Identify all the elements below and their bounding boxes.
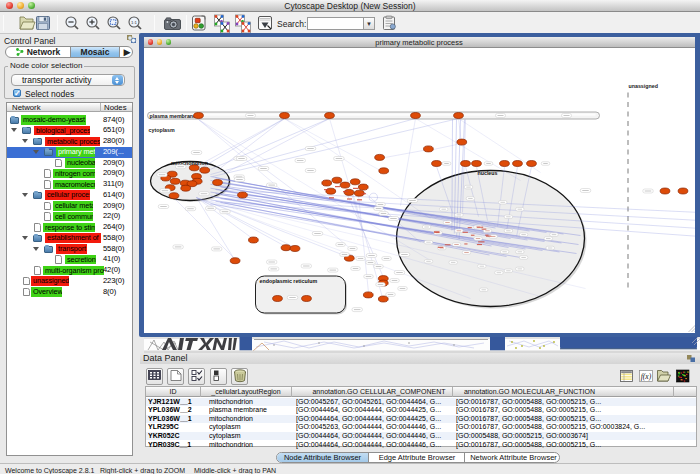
svg-text:unassigned: unassigned — [628, 82, 657, 88]
svg-text:cytoplasm: cytoplasm — [148, 126, 174, 132]
svg-text:nucleus: nucleus — [477, 170, 497, 176]
svg-text:endoplasmic reticulum: endoplasmic reticulum — [259, 278, 317, 284]
svg-text:f(x): f(x) — [641, 372, 652, 381]
svg-text:1:1: 1:1 — [131, 20, 138, 25]
svg-text:plasma membrane: plasma membrane — [149, 112, 196, 118]
